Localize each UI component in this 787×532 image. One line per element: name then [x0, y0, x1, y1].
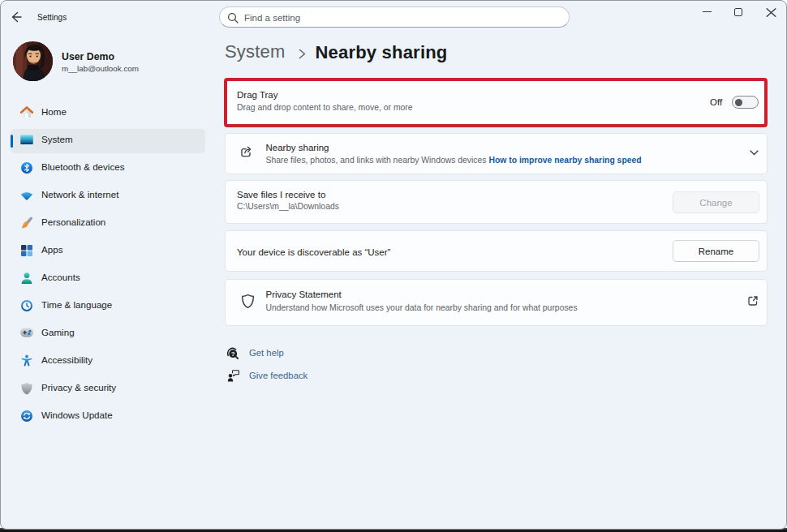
svg-text:?: ? — [231, 350, 235, 358]
